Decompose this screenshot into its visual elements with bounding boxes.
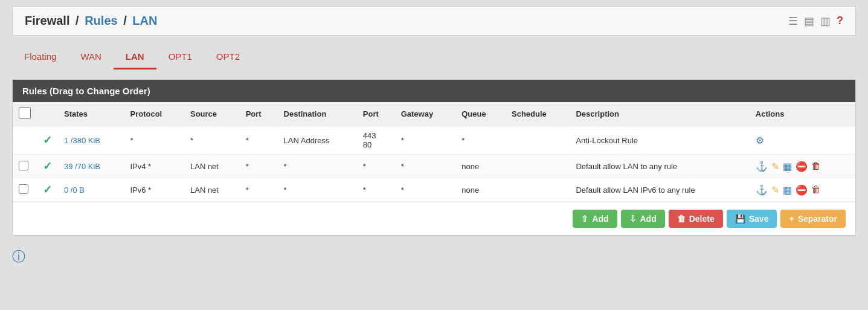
row3-description: Default allow LAN IPv6 to any rule <box>570 178 749 202</box>
row2-port-src: * <box>240 155 278 178</box>
enabled-check: ✓ <box>43 160 52 172</box>
block-icon[interactable]: ⛔ <box>796 161 808 172</box>
enabled-check: ✓ <box>43 184 52 196</box>
th-description: Description <box>570 102 749 126</box>
add-up-button[interactable]: ⇧ Add <box>573 210 617 228</box>
separator-label: Separator <box>798 214 837 224</box>
tab-wan[interactable]: WAN <box>68 45 113 69</box>
copy-icon[interactable]: ▦ <box>783 161 792 172</box>
block-icon[interactable]: ⛔ <box>796 184 808 196</box>
delete-icon[interactable]: 🗑 <box>811 184 821 195</box>
help-icon[interactable]: ? <box>837 15 843 27</box>
add-up-label: Add <box>592 214 608 224</box>
th-queue: Queue <box>455 102 506 126</box>
row2-enabled: ✓ <box>37 155 58 178</box>
row3-actions: ⚓ ✎ ▦ ⛔ 🗑 <box>750 178 855 202</box>
table-row: ✓ 39 /70 KiB IPv4 * LAN net * * * * none… <box>13 155 855 178</box>
row2-states-link[interactable]: 39 /70 KiB <box>64 162 100 171</box>
row2-gateway: * <box>395 155 456 178</box>
tabs: Floating WAN LAN OPT1 OPT2 <box>12 45 856 69</box>
row1-action-icons: ⚙ <box>756 135 849 146</box>
row3-states: 0 /0 B <box>58 178 124 202</box>
row3-destination: * <box>278 178 357 202</box>
row2-checkbox-cell <box>13 155 37 178</box>
header-icons: ☰ ▤ ▥ ? <box>788 15 843 28</box>
add-down-icon: ⇩ <box>629 214 637 224</box>
row1-states-link[interactable]: 1 /380 KiB <box>64 136 100 145</box>
row3-states-link[interactable]: 0 /0 B <box>64 186 85 195</box>
th-destination: Destination <box>278 102 357 126</box>
row3-protocol: IPv6 * <box>124 178 184 202</box>
row2-description: Default allow LAN to any rule <box>570 155 749 178</box>
row2-actions: ⚓ ✎ ▦ ⛔ 🗑 <box>750 155 855 178</box>
separator2: / <box>123 14 130 27</box>
tab-opt2[interactable]: OPT2 <box>204 45 252 69</box>
row3-checkbox-cell <box>13 178 37 202</box>
anchor-icon[interactable]: ⚓ <box>756 161 768 172</box>
gear-icon[interactable]: ⚙ <box>756 135 764 146</box>
row1-schedule <box>506 126 570 155</box>
row2-checkbox[interactable] <box>19 161 28 170</box>
row2-states: 39 /70 KiB <box>58 155 124 178</box>
row1-destination: LAN Address <box>278 126 357 155</box>
row3-gateway: * <box>395 178 456 202</box>
edit-icon[interactable]: ✎ <box>771 161 779 172</box>
table-row: ✓ 1 /380 KiB * * * LAN Address 44380 * *… <box>13 126 855 155</box>
row2-port-dst: * <box>357 155 395 178</box>
row2-schedule <box>506 155 570 178</box>
info-icon[interactable]: ⓘ <box>12 248 25 266</box>
save-icon: 💾 <box>735 214 745 224</box>
tab-lan[interactable]: LAN <box>114 45 156 69</box>
edit-icon[interactable]: ✎ <box>771 184 779 196</box>
breadcrumb-rules[interactable]: Rules <box>85 14 117 27</box>
add-down-button[interactable]: ⇩ Add <box>621 210 665 228</box>
copy-icon[interactable]: ▦ <box>783 184 792 196</box>
row3-enabled: ✓ <box>37 178 58 202</box>
separator1: / <box>76 14 82 27</box>
row2-action-icons: ⚓ ✎ ▦ ⛔ 🗑 <box>756 161 849 172</box>
anchor-icon[interactable]: ⚓ <box>756 184 768 196</box>
row3-port-src: * <box>240 178 278 202</box>
row3-port-dst: * <box>357 178 395 202</box>
add-down-label: Add <box>640 214 657 224</box>
select-all-checkbox[interactable] <box>19 107 31 119</box>
breadcrumb-firewall: Firewall <box>25 14 69 27</box>
th-protocol: Protocol <box>124 102 184 126</box>
row3-queue: none <box>455 178 506 202</box>
chart-icon[interactable]: ▤ <box>804 15 814 28</box>
row1-states: 1 /380 KiB <box>58 126 124 155</box>
row1-actions: ⚙ <box>750 126 855 155</box>
th-schedule: Schedule <box>506 102 570 126</box>
settings-icon[interactable]: ☰ <box>788 15 798 28</box>
tab-floating[interactable]: Floating <box>12 45 68 69</box>
row1-port-dst: 44380 <box>357 126 395 155</box>
delete-icon[interactable]: 🗑 <box>811 161 821 172</box>
row3-checkbox[interactable] <box>19 184 28 194</box>
breadcrumb: Firewall / Rules / LAN <box>25 14 157 28</box>
delete-button[interactable]: 🗑 Delete <box>669 210 723 228</box>
list-icon[interactable]: ▥ <box>820 15 831 28</box>
row2-protocol: IPv4 * <box>124 155 184 178</box>
row1-queue: * <box>455 126 506 155</box>
enabled-check: ✓ <box>43 134 52 146</box>
row2-queue: none <box>455 155 506 178</box>
th-actions: Actions <box>750 102 855 126</box>
row3-schedule <box>506 178 570 202</box>
tab-opt1[interactable]: OPT1 <box>156 45 204 69</box>
table-title: Rules (Drag to Change Order) <box>13 80 855 102</box>
row1-enabled: ✓ <box>37 126 58 155</box>
row1-checkbox-cell <box>13 126 37 155</box>
row1-description: Anti-Lockout Rule <box>570 126 749 155</box>
table-row: ✓ 0 /0 B IPv6 * LAN net * * * * none Def… <box>13 178 855 202</box>
row1-port-src: * <box>240 126 278 155</box>
row1-source: * <box>184 126 240 155</box>
separator-button[interactable]: + Separator <box>780 210 846 228</box>
row3-action-icons: ⚓ ✎ ▦ ⛔ 🗑 <box>756 184 849 196</box>
row2-destination: * <box>278 155 357 178</box>
save-button[interactable]: 💾 Save <box>727 210 777 228</box>
delete-btn-icon: 🗑 <box>677 214 686 224</box>
row1-gateway: * <box>395 126 456 155</box>
delete-btn-label: Delete <box>689 214 715 224</box>
th-port-src: Port <box>240 102 278 126</box>
add-up-icon: ⇧ <box>581 214 588 224</box>
